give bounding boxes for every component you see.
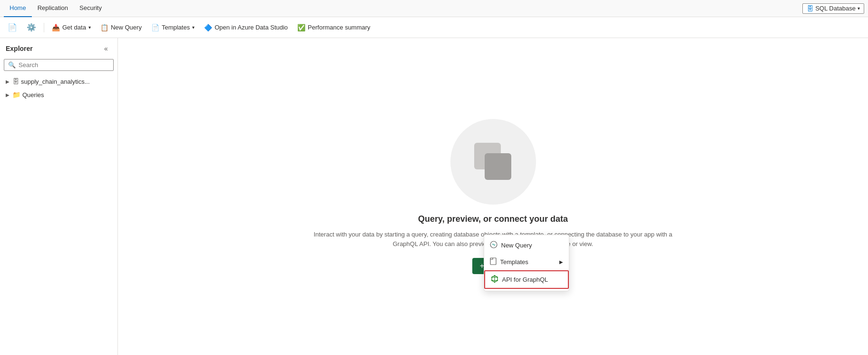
svg-rect-1	[490, 258, 496, 265]
sidebar-header: Explorer «	[0, 38, 117, 57]
new-dropdown-menu: New Query Templates ▶	[484, 235, 569, 291]
tree-item-queries[interactable]: ▶ 📁 Queries	[0, 88, 117, 101]
square-2	[485, 153, 511, 180]
performance-button[interactable]: ✅ Performance summary	[293, 20, 374, 35]
performance-icon: ✅	[297, 24, 305, 31]
templates-button[interactable]: 📄 Templates ▾	[147, 20, 198, 35]
empty-title: Query, preview, or connect your data	[418, 214, 568, 224]
chevron-right-icon: ▶	[6, 79, 10, 84]
queries-label: Queries	[22, 91, 44, 99]
tab-replication[interactable]: Replication	[32, 0, 74, 17]
gear-icon: ⚙️	[27, 23, 36, 32]
templates-label: Templates	[162, 24, 190, 31]
chevron-right-icon-2: ▶	[6, 92, 10, 98]
collapse-sidebar-button[interactable]: «	[100, 43, 112, 54]
folder-icon: 📁	[12, 91, 20, 99]
templates-icon: 📄	[151, 24, 159, 31]
settings-button[interactable]: ⚙️	[23, 20, 40, 35]
dropdown-api-graphql[interactable]: API for GraphQL	[484, 270, 569, 289]
database-tree-icon: 🗄	[12, 78, 19, 85]
toolbar-divider-1	[44, 23, 44, 32]
tab-security[interactable]: Security	[74, 0, 107, 17]
search-input[interactable]	[19, 61, 109, 69]
graphql-dropdown-label: API for GraphQL	[502, 276, 548, 283]
top-nav: Home Replication Security 🗄 SQL Database…	[0, 0, 868, 17]
supply-chain-label: supply_chain_analytics...	[21, 78, 90, 85]
tab-home[interactable]: Home	[4, 0, 32, 17]
graphql-dropdown-icon	[491, 275, 498, 284]
new-file-icon: 📄	[8, 23, 17, 32]
new-query-label: New Query	[111, 24, 142, 31]
search-box[interactable]: 🔍	[4, 59, 114, 71]
template-dropdown-icon	[490, 257, 497, 266]
get-data-chevron-icon: ▾	[88, 25, 91, 30]
copy-squares-icon	[474, 143, 512, 181]
get-data-icon: 📥	[52, 24, 60, 31]
dropdown-templates[interactable]: Templates ▶	[484, 254, 569, 270]
search-icon: 🔍	[8, 61, 16, 69]
tree-item-supply[interactable]: ▶ 🗄 supply_chain_analytics...	[0, 75, 117, 88]
new-file-button[interactable]: 📄	[4, 20, 21, 35]
top-right-area: 🗄 SQL Database ▾	[802, 3, 864, 14]
open-azure-label: Open in Azure Data Studio	[215, 24, 288, 31]
open-azure-button[interactable]: 🔷 Open in Azure Data Studio	[200, 20, 292, 35]
templates-dropdown-label: Templates	[500, 258, 528, 266]
new-query-dropdown-icon	[490, 241, 497, 250]
toolbar: 📄 ⚙️ 📥 Get data ▾ 📋 New Query 📄 Template…	[0, 17, 868, 38]
dropdown-new-query[interactable]: New Query	[484, 237, 569, 254]
content-area: Query, preview, or connect your data Int…	[118, 38, 868, 355]
performance-label: Performance summary	[308, 24, 370, 31]
templates-submenu-chevron-icon: ▶	[559, 259, 563, 265]
sidebar-header-icons: «	[100, 43, 112, 54]
database-icon: 🗄	[807, 5, 813, 12]
empty-icon-circle	[450, 119, 536, 205]
db-selector[interactable]: 🗄 SQL Database ▾	[802, 3, 864, 14]
get-data-label: Get data	[62, 24, 86, 31]
templates-chevron-icon: ▾	[192, 25, 195, 30]
sidebar: Explorer « 🔍 ▶ 🗄 supply_chain_analytics.…	[0, 38, 118, 355]
main-layout: Explorer « 🔍 ▶ 🗄 supply_chain_analytics.…	[0, 38, 868, 355]
new-query-button[interactable]: 📋 New Query	[97, 20, 146, 35]
db-selector-label: SQL Database	[815, 5, 856, 12]
chevron-down-icon: ▾	[858, 6, 860, 11]
new-query-icon: 📋	[100, 24, 108, 31]
azure-icon: 🔷	[204, 24, 212, 31]
explorer-title: Explorer	[6, 45, 33, 52]
new-query-dropdown-label: New Query	[501, 242, 532, 249]
get-data-button[interactable]: 📥 Get data ▾	[48, 20, 95, 35]
